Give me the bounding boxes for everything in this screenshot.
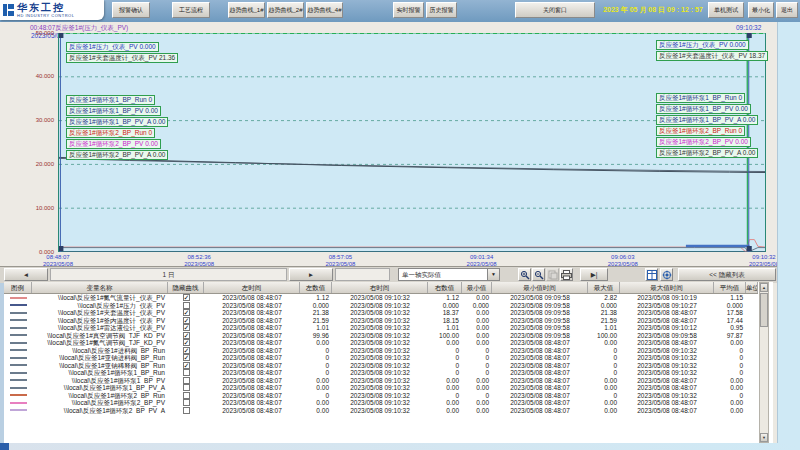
topbar-button-trend-4[interactable]: 趋势曲线_4# (306, 2, 343, 18)
cell-mint: 2023/05/08 09:09:58 (492, 332, 588, 340)
topbar-button-minimize[interactable]: 最小化 (748, 2, 774, 18)
table-row[interactable]: \\local\反应釜1#夹套温度计_仪表_PV✓2023/05/08 08:4… (4, 309, 758, 317)
scrollbar-thumb[interactable] (760, 293, 768, 327)
column-header-rv[interactable]: 右数值 (428, 282, 462, 293)
cursor-value-label: 反应釜1#循环泵1_BP_Run 0 (66, 95, 155, 105)
export-button[interactable] (645, 268, 658, 281)
hide-curve-checkbox[interactable] (183, 407, 190, 414)
hide-curve-checkbox[interactable]: ✓ (183, 332, 190, 339)
cell-rt: 2023/05/08 09:10:32 (332, 332, 428, 340)
table-row[interactable]: \\local\反应釜1#氮气调节阀_TJF_KD_PV✓2023/05/08 … (4, 339, 758, 347)
table-row[interactable]: \\local\反应釜1#循环泵2_BP_PV2023/05/08 08:48:… (4, 399, 758, 407)
column-header-mint[interactable]: 最小值时间 (492, 282, 588, 293)
right-cursor-handle[interactable] (747, 33, 752, 38)
right-cursor-handle[interactable] (747, 246, 752, 251)
time-span-scrollbar[interactable]: 1 日 (50, 268, 287, 281)
chevron-down-icon[interactable]: ▼ (487, 269, 499, 280)
hide-curve-checkbox[interactable] (183, 392, 190, 399)
hide-curve-checkbox[interactable]: ✓ (183, 294, 190, 301)
cell-max: 0.00 (588, 407, 620, 415)
topbar-button-trend-1[interactable]: 趋势曲线_1# (228, 2, 265, 18)
legend-line (10, 319, 27, 321)
table-row[interactable]: \\local\反应釜1#真空调节阀_TJF_KD_PV✓2023/05/08 … (4, 332, 758, 340)
column-header-unit[interactable]: 单位 (746, 282, 758, 293)
hide-curve-checkbox[interactable]: ✓ (183, 347, 190, 354)
table-row[interactable]: \\local\反应釜1#亚钠进料阀_BP_Run✓2023/05/08 08:… (4, 354, 758, 362)
hide-curve-checkbox[interactable]: ✓ (183, 362, 190, 369)
table-row[interactable]: \\local\反应釜1#雷达液位计_仪表_PV✓2023/05/08 08:4… (4, 324, 758, 332)
topbar-button-realtime-alarm[interactable]: 实时报警 (393, 2, 424, 18)
hide-curve-checkbox[interactable] (183, 302, 190, 309)
topbar-button-alarm-ack[interactable]: 报警确认 (112, 2, 150, 18)
table-row[interactable]: \\local\反应釜1#压力_仪表_PV2023/05/08 08:48:07… (4, 302, 758, 310)
print-button[interactable] (560, 268, 573, 281)
column-header-lv[interactable]: 左数值 (300, 282, 332, 293)
table-row[interactable]: \\local\反应釜1#氮气流量计_仪表_PV✓2023/05/08 08:4… (4, 294, 758, 302)
topbar-button-trend-2[interactable]: 趋势曲线_2# (267, 2, 304, 18)
hide-curve-checkbox[interactable] (183, 377, 190, 384)
hide-curve-checkbox[interactable]: ✓ (183, 324, 190, 331)
table-row[interactable]: \\local\反应釜1#釜内温度计_仪表_PV✓2023/05/08 08:4… (4, 317, 758, 325)
topbar-button-history-alarm[interactable]: 历史报警 (426, 2, 457, 18)
zoom-in-button[interactable] (518, 268, 531, 281)
scroll-down-arrow[interactable]: ▼ (760, 433, 768, 442)
y-axis-tick: 10.000 (18, 205, 54, 211)
table-row[interactable]: \\local\反应釜1#循环泵2_BP_Run2023/05/08 08:48… (4, 392, 758, 400)
table-vertical-scrollbar[interactable]: ▲ ▼ (759, 282, 769, 443)
column-header-min[interactable]: 最小值 (462, 282, 492, 293)
table-row[interactable]: \\local\反应釜1#循环泵1_BP_Run2023/05/08 08:48… (4, 369, 758, 377)
topbar-button-standalone-test[interactable]: 单机测试 (708, 2, 744, 18)
cell-avg: 0 (714, 392, 746, 400)
column-header-avg[interactable]: 平均值 (714, 282, 746, 293)
cell-max: 1.01 (588, 324, 620, 332)
hide-curve-checkbox[interactable]: ✓ (183, 354, 190, 361)
play-pause-button[interactable]: ▶| (580, 268, 608, 281)
left-cursor-handle[interactable] (59, 246, 63, 251)
hide-curve-checkbox[interactable]: ✓ (183, 339, 190, 346)
column-header-rt[interactable]: 右时间 (332, 282, 428, 293)
hide-curve-checkbox[interactable] (183, 399, 190, 406)
table-row[interactable]: \\local\反应釜1#亚钠稀释阀_BP_Run✓2023/05/08 08:… (4, 362, 758, 370)
cell-rv: 18.37 (428, 309, 462, 317)
trend-plot[interactable]: 反应釜1#压力_仪表_PV 0.000反应釜1#夹套温度计_仪表_PV 21.3… (58, 33, 766, 252)
hide-curve-checkbox[interactable] (183, 369, 190, 376)
topbar-button-exit[interactable]: 退出 (776, 2, 798, 18)
column-header-hide[interactable]: 隐藏曲线 (168, 282, 204, 293)
cell-lv: 99.96 (300, 332, 332, 340)
column-header-maxt[interactable]: 最大值时间 (620, 282, 714, 293)
table-row[interactable]: \\local\反应釜1#进料阀_BP_Run✓2023/05/08 08:48… (4, 347, 758, 355)
right-cursor-time: 09:10:32 (736, 24, 761, 31)
cell-lt: 2023/05/08 08:48:07 (204, 317, 300, 325)
table-row[interactable]: \\local\反应釜1#循环泵1_BP_PV2023/05/08 08:48:… (4, 377, 758, 385)
scroll-up-arrow[interactable]: ▲ (760, 283, 768, 292)
scroll-right-button[interactable]: ► (289, 268, 333, 281)
cell-lt: 2023/05/08 08:48:07 (204, 377, 300, 385)
copy-button (546, 268, 559, 281)
cell-legend (4, 339, 32, 347)
hide-curve-checkbox[interactable]: ✓ (183, 309, 190, 316)
column-header-lt[interactable]: 左时间 (204, 282, 300, 293)
hide-list-button[interactable]: << 隐藏列表 (678, 268, 776, 281)
settings-button[interactable] (660, 268, 673, 281)
topbar-button-close-window[interactable]: 关闭窗口 (515, 2, 595, 18)
cell-hide (168, 369, 204, 377)
cell-rv: 0 (428, 362, 462, 370)
topbar-button-process-flow[interactable]: 工艺流程 (172, 2, 210, 18)
column-header-max[interactable]: 最大值 (588, 282, 620, 293)
scrollbar-track[interactable] (335, 268, 390, 281)
axis-mode-select[interactable]: 单一轴实际值 ▼ (398, 268, 500, 281)
cell-mint: 2023/05/08 09:09:58 (492, 324, 588, 332)
table-row[interactable]: \\local\反应釜1#循环泵2_BP_PV_A2023/05/08 08:4… (4, 407, 758, 415)
column-header-name[interactable]: 变量名称 (32, 282, 168, 293)
scroll-left-button[interactable]: ◄ (4, 268, 48, 281)
cell-rt: 2023/05/08 09:10:32 (332, 369, 428, 377)
hide-curve-checkbox[interactable] (183, 384, 190, 391)
cell-mint: 2023/05/08 08:48:07 (492, 339, 588, 347)
left-cursor-handle[interactable] (59, 33, 63, 38)
hide-curve-checkbox[interactable]: ✓ (183, 317, 190, 324)
zoom-out-button[interactable] (532, 268, 545, 281)
column-header-legend[interactable]: 图例 (4, 282, 32, 293)
cell-hide (168, 384, 204, 392)
table-row[interactable]: \\local\反应釜1#循环泵1_BP_PV_A2023/05/08 08:4… (4, 384, 758, 392)
cell-maxt: 2023/05/08 08:48:07 (620, 339, 714, 347)
